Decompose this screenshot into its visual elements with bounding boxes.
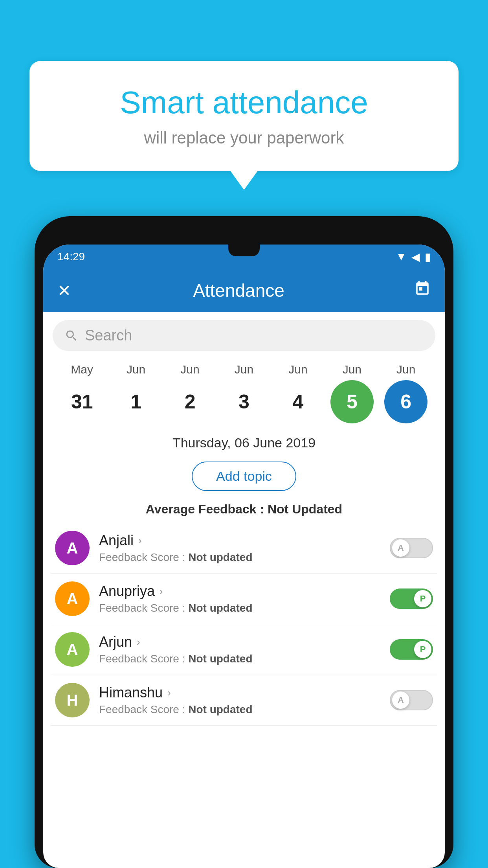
student-item-anjali[interactable]: A Anjali › Feedback Score : Not updated … [51, 523, 437, 574]
toggle-anjali[interactable]: A [390, 538, 433, 558]
avatar-himanshu: H [55, 683, 90, 717]
notch [228, 245, 260, 256]
date-1[interactable]: 1 [114, 380, 158, 423]
calendar-dates: 31 1 2 3 4 5 6 [51, 376, 437, 431]
month-5: Jun [330, 363, 374, 376]
toggle-arjun[interactable]: P [390, 639, 433, 660]
speech-bubble-container: Smart attendance will replace your paper… [29, 61, 459, 171]
feedback-anjali: Feedback Score : Not updated [99, 551, 380, 564]
date-6-selected[interactable]: 6 [384, 380, 427, 423]
month-6: Jun [384, 363, 427, 376]
date-4[interactable]: 4 [276, 380, 319, 423]
feedback-anupriya: Feedback Score : Not updated [99, 602, 380, 614]
speech-subtitle: will replace your paperwork [61, 129, 427, 147]
avg-feedback-label: Average Feedback : [146, 502, 268, 516]
date-5-today[interactable]: 5 [330, 380, 374, 423]
student-info-anjali: Anjali › Feedback Score : Not updated [99, 532, 380, 564]
student-item-himanshu[interactable]: H Himanshu › Feedback Score : Not update… [51, 675, 437, 726]
app-bar: ✕ Attendance [43, 269, 445, 312]
search-icon [64, 329, 79, 343]
avatar-anjali: A [55, 531, 90, 565]
student-name-anjali: Anjali › [99, 532, 380, 549]
toggle-knob-anupriya: P [414, 590, 431, 607]
toggle-knob-anjali: A [392, 539, 409, 557]
phone-screen: 14:29 ▼ ◀ ▮ ✕ Attendance Search [43, 245, 445, 868]
feedback-arjun: Feedback Score : Not updated [99, 653, 380, 665]
speech-bubble: Smart attendance will replace your paper… [29, 61, 459, 171]
phone-frame: 14:29 ▼ ◀ ▮ ✕ Attendance Search [35, 216, 453, 868]
month-1: Jun [114, 363, 158, 376]
search-bar[interactable]: Search [53, 320, 435, 351]
signal-icon: ◀ [411, 250, 420, 263]
speech-title: Smart attendance [61, 85, 427, 121]
chevron-anupriya: › [160, 585, 163, 598]
status-icons: ▼ ◀ ▮ [396, 250, 431, 263]
toggle-knob-himanshu: A [392, 691, 409, 709]
student-info-arjun: Arjun › Feedback Score : Not updated [99, 634, 380, 665]
chevron-himanshu: › [167, 687, 171, 699]
student-info-anupriya: Anupriya › Feedback Score : Not updated [99, 583, 380, 614]
average-feedback: Average Feedback : Not Updated [43, 499, 445, 523]
toggle-switch-anupriya[interactable]: P [390, 588, 433, 609]
calendar-strip: May Jun Jun Jun Jun Jun Jun 31 1 2 3 4 5… [43, 359, 445, 431]
toggle-switch-arjun[interactable]: P [390, 639, 433, 660]
student-name-arjun: Arjun › [99, 634, 380, 650]
calendar-icon[interactable] [414, 280, 431, 301]
battery-icon: ▮ [425, 250, 431, 263]
student-list: A Anjali › Feedback Score : Not updated … [43, 523, 445, 726]
date-3[interactable]: 3 [222, 380, 266, 423]
student-name-anupriya: Anupriya › [99, 583, 380, 600]
month-4: Jun [276, 363, 319, 376]
date-2[interactable]: 2 [169, 380, 212, 423]
student-item-arjun[interactable]: A Arjun › Feedback Score : Not updated P [51, 624, 437, 675]
month-0: May [61, 363, 104, 376]
wifi-icon: ▼ [396, 250, 407, 263]
avg-feedback-value: Not Updated [268, 502, 342, 516]
date-31[interactable]: 31 [61, 380, 104, 423]
avatar-arjun: A [55, 632, 90, 667]
selected-date-display: Thursday, 06 June 2019 [43, 431, 445, 454]
chevron-arjun: › [137, 636, 140, 648]
toggle-switch-himanshu[interactable]: A [390, 690, 433, 710]
toggle-knob-arjun: P [414, 641, 431, 658]
calendar-months: May Jun Jun Jun Jun Jun Jun [51, 363, 437, 376]
month-2: Jun [169, 363, 212, 376]
feedback-himanshu: Feedback Score : Not updated [99, 703, 380, 716]
month-3: Jun [222, 363, 266, 376]
add-topic-container: Add topic [43, 454, 445, 499]
toggle-anupriya[interactable]: P [390, 588, 433, 609]
student-item-anupriya[interactable]: A Anupriya › Feedback Score : Not update… [51, 574, 437, 624]
chevron-anjali: › [138, 535, 142, 547]
student-info-himanshu: Himanshu › Feedback Score : Not updated [99, 684, 380, 716]
toggle-switch-anjali[interactable]: A [390, 538, 433, 558]
add-topic-button[interactable]: Add topic [192, 462, 296, 491]
search-placeholder: Search [85, 327, 132, 344]
app-bar-title: Attendance [63, 280, 414, 301]
student-name-himanshu: Himanshu › [99, 684, 380, 701]
toggle-himanshu[interactable]: A [390, 690, 433, 710]
status-time: 14:29 [57, 250, 85, 263]
avatar-anupriya: A [55, 581, 90, 616]
